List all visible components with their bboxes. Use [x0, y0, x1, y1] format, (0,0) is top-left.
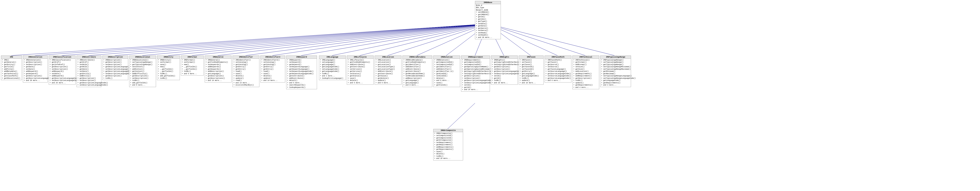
method: + getDescriptionLanguageCode()	[24, 77, 47, 79]
class-header-IMDIdentifier2: IMDIdentifier2	[261, 56, 285, 59]
method: + getOrComposite()	[434, 139, 462, 141]
method: + getVersion()	[348, 70, 373, 73]
method: + update()	[520, 79, 542, 82]
method: + getDescription()	[103, 61, 127, 63]
class-body-IMDEntity: + IMDEntity() + setFormat() + save() + n…	[157, 59, 180, 80]
method: + IMDRights()	[492, 59, 517, 61]
method: + IMDAnnotation()	[24, 59, 47, 61]
class-header-IMDTaxon: IMDTaxon	[519, 56, 543, 59]
method: + addDifficulty()	[130, 73, 155, 75]
method: + getFormat()	[573, 61, 598, 63]
method: + getType()	[476, 21, 500, 23]
method: + addContribute()	[287, 77, 316, 79]
method: + getLanguageCode()	[320, 70, 345, 73]
class-body-IMDMetaMetadata: + IMDMetaMetadata() + getFindSubElements…	[402, 59, 432, 87]
method: + delete()	[261, 75, 284, 77]
more-indicator: + and 6 more...	[375, 82, 401, 84]
method: + setRole()	[78, 64, 100, 66]
method: + getLocationType()	[375, 68, 401, 70]
method: + IMDContribute()	[78, 59, 100, 61]
class-header-IMDTypicalAgeRange: IMDTypicalAgeRange	[600, 56, 631, 59]
method: + setKeyword()	[287, 61, 316, 63]
method: + getCatalog()	[261, 64, 284, 66]
method: + getRequirements()	[601, 82, 630, 84]
method: + getIdentifier()	[403, 64, 431, 66]
method: + getDescriptionLanguageCode()	[103, 70, 127, 73]
svg-line-12	[332, 24, 488, 55]
method: + getContribute()	[375, 73, 401, 75]
method: + update()	[375, 79, 401, 82]
method: + __getfields()	[158, 68, 179, 70]
method: + setSource()	[546, 66, 570, 68]
more-indicator: + and 5 more...	[182, 73, 203, 75]
method: + getCatalog()	[234, 64, 258, 66]
method: + setKeywordLanguage()	[287, 66, 316, 68]
class-body-IMDRelation: + IMDRelation() + getCompositedId() + se…	[433, 59, 460, 87]
class-IMDLanguage: IMDLanguage + IMDLanguage() + setLanguag…	[319, 55, 346, 80]
method: + getSize()	[573, 68, 598, 70]
method: + getLanguage()	[403, 82, 431, 84]
method: + delete()	[234, 75, 258, 77]
method: + IMDRelation()	[434, 59, 459, 61]
method: + new()	[158, 66, 179, 68]
method: + IMDIdentifier()	[234, 59, 258, 61]
method: + getMinimum()	[601, 70, 630, 73]
method: + getKeyword()	[287, 64, 316, 66]
method: + add_getfields()	[130, 82, 155, 84]
svg-line-10	[272, 24, 488, 55]
more-indicator: + and 8 more...	[434, 79, 459, 82]
method: + getDescriptionLanguageCode()	[78, 82, 100, 84]
method: + save()	[434, 82, 459, 84]
method: + getEntry()	[520, 70, 542, 73]
class-body-IMDRights: + IMDRights() + getCopyrightAndOtherRest…	[491, 59, 517, 85]
method: + IMD()	[2, 59, 21, 61]
method: + setDescriptionLanguageCode()	[103, 73, 127, 75]
class-header-IMDEducational: IMDEducational	[129, 56, 156, 59]
method: + getHref()	[50, 61, 75, 63]
method: + setLocationType()	[375, 66, 401, 68]
method: + getDate()	[78, 68, 100, 70]
method: + addLocation()	[573, 70, 598, 73]
method: + addContribute()	[375, 70, 401, 73]
method: + setTaxon()	[520, 61, 542, 63]
class-IMDIdentifier: IMDIdentifier + IMDIdentifier() + setCat…	[232, 55, 259, 87]
method: + setHeadI()	[476, 34, 500, 36]
more-indicator: + and 6 more...	[546, 79, 570, 82]
class-header-IMDRequirement: IMDRequirement	[461, 56, 490, 59]
more-indicator: + and 16 more...	[520, 82, 542, 84]
class-body-IMDIdentifier: + IMDIdentifier() + setCatalog() + getCa…	[233, 59, 259, 87]
method: + toXML()	[492, 79, 517, 82]
method: + getContribute()	[403, 70, 431, 73]
class-IMDRequirement: IMDRequirement + IMDRequirement() + getC…	[461, 55, 490, 92]
method: + getData()	[476, 25, 500, 27]
method: + IMDEntity()	[158, 59, 179, 61]
method: + toXML()	[158, 77, 179, 79]
method: + load()	[234, 70, 258, 73]
class-body-IMDTypicalAgeRange: + IMDTypicalAgeRange() + setTypicalAgeRa…	[600, 59, 631, 87]
method: + getStatus()	[348, 75, 373, 77]
method: + IMDDescription()	[103, 59, 127, 61]
method: + addKeyword()	[50, 75, 75, 77]
method: + getRequirements()	[573, 84, 598, 86]
method: + detail()	[287, 79, 316, 82]
method: + getDescriptionLanguage()	[103, 66, 127, 68]
method: + getContribute()	[348, 66, 373, 68]
method: + __getfields()	[182, 66, 203, 68]
method: + getRole()	[78, 66, 100, 68]
class-header-IMDTaxonPath: IMDTaxonPath	[545, 56, 571, 59]
diagram-container: IMDbBase $ids_d $ds_type $export_mode + …	[0, 0, 980, 191]
class-IMDClassification: IMDClassification + IMDClassification() …	[49, 55, 76, 85]
method: + setLocation()	[375, 61, 401, 63]
method: + getDescription()	[130, 75, 155, 77]
class-header-IMDClassification: IMDClassification	[49, 56, 75, 59]
method: + addContext()	[130, 68, 155, 70]
method: + getOperatingSystemName()	[462, 66, 489, 68]
svg-line-0	[11, 24, 488, 55]
svg-line-11	[301, 24, 488, 55]
method: + getTaxon()	[546, 61, 570, 63]
method: + delete()	[348, 79, 373, 82]
method: + save()	[234, 73, 258, 75]
method: + searchKeywords()	[287, 84, 316, 86]
method: + getKeywords()	[206, 68, 231, 70]
method: + IMDGeneral()	[206, 59, 231, 61]
